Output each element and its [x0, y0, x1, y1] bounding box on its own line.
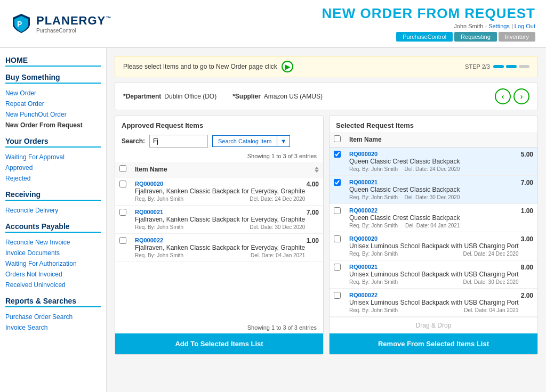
sidebar-section-accounts-payable: Accounts Payable	[5, 222, 101, 233]
step-dot-1	[493, 65, 504, 68]
row-checkbox-cell	[115, 177, 131, 206]
table-row: RQ000022 Fjallraven, Kanken Classic Back…	[115, 234, 323, 262]
item-ref[interactable]: RQ000020	[135, 181, 305, 187]
sidebar-item-invoice-docs[interactable]: Invoice Documents	[5, 248, 101, 258]
item-name: Fjallraven, Kanken Classic Backpack for …	[135, 244, 305, 251]
table-row: RQ000020 Queen Classic Crest Classic Bac…	[330, 148, 537, 176]
sidebar-item-punchout[interactable]: New PunchOut Order	[5, 109, 101, 120]
info-fields: *Department Dublin Office (DO) *Supplier…	[123, 93, 323, 100]
row-checkbox[interactable]	[334, 207, 341, 214]
item-meta: Req. By: John Smith Del. Date: 24 Dec 20…	[349, 166, 460, 172]
item-ref[interactable]: RQ000022	[349, 292, 518, 298]
table-row: RQ000021 Unisex Luminous School Backpack…	[330, 260, 537, 289]
nav-tabs: PurchaseControl Requesting Inventory	[322, 32, 535, 42]
sidebar-item-repeat-order[interactable]: Repeat Order	[5, 99, 101, 109]
item-del-date: Del. Date: 04 Jan 2021	[464, 307, 518, 313]
drag-drop-area: Drag & Drop	[330, 317, 537, 333]
sidebar-item-invoice-search[interactable]: Invoice Search	[5, 322, 101, 333]
sidebar-item-reconcile-delivery[interactable]: Reconcile Delivery	[5, 205, 101, 216]
right-item-table: Item Name RQ000020 Queen Classic Crest C…	[330, 132, 537, 317]
row-content-cell: RQ000022 Queen Classic Crest Classic Bac…	[345, 204, 537, 232]
row-content-cell: RQ000022 Unisex Luminous School Backpack…	[345, 289, 537, 317]
search-input[interactable]	[149, 135, 208, 148]
row-checkbox[interactable]	[119, 209, 126, 216]
tab-purchasecontrol[interactable]: PurchaseControl	[396, 32, 453, 42]
table-row: RQ000021 Queen Classic Crest Classic Bac…	[330, 176, 537, 204]
select-all-left[interactable]	[119, 165, 126, 172]
item-name: Unisex Luminous School Backpack with USB…	[349, 271, 518, 278]
item-qty: 7.00	[521, 179, 533, 186]
row-checkbox[interactable]	[334, 264, 341, 271]
search-catalog-btn[interactable]: Search Catalog Item	[212, 135, 277, 147]
row-checkbox-cell	[330, 204, 345, 232]
remove-from-selected-btn[interactable]: Remove From Selected Items List	[330, 333, 537, 354]
item-req-by: Req. By: John Smith	[349, 279, 398, 285]
item-name: Queen Classic Crest Classic Backpack	[349, 186, 460, 193]
row-checkbox[interactable]	[334, 235, 341, 242]
table-row: RQ000020 Fjallraven, Kanken Classic Back…	[115, 177, 323, 206]
sidebar-item-new-order[interactable]: New Order	[5, 88, 101, 99]
row-checkbox-cell	[330, 232, 345, 260]
sidebar-item-rejected[interactable]: Rejected	[5, 173, 101, 184]
right-tbody: RQ000020 Queen Classic Crest Classic Bac…	[330, 148, 537, 317]
row-checkbox[interactable]	[119, 181, 126, 187]
sidebar-item-waiting-auth[interactable]: Waiting For Authorization	[5, 258, 101, 269]
row-content-cell: RQ000021 Queen Classic Crest Classic Bac…	[345, 176, 537, 204]
item-meta: Req. By: John Smith Del. Date: 04 Jan 20…	[349, 307, 518, 313]
tab-inventory[interactable]: Inventory	[499, 32, 535, 42]
left-panel: Approved Request Items Search: Search Ca…	[115, 116, 324, 355]
sidebar-section-reports: Reports & Searches	[5, 297, 101, 307]
row-checkbox[interactable]	[119, 237, 126, 244]
add-to-selected-btn[interactable]: Add To Selected Items List	[115, 333, 323, 354]
department-label: *Department	[123, 93, 161, 100]
supplier-label: *Supplier	[232, 93, 261, 100]
info-bar: *Department Dublin Office (DO) *Supplier…	[115, 83, 538, 110]
prev-button[interactable]: ‹	[495, 88, 511, 104]
row-checkbox[interactable]	[334, 292, 341, 299]
item-ref[interactable]: RQ000021	[349, 179, 460, 185]
search-row: Search: Search Catalog Item ▼	[115, 132, 323, 152]
settings-link[interactable]: Settings	[488, 23, 510, 29]
sidebar-home[interactable]: HOME	[5, 56, 101, 67]
sidebar-item-approved[interactable]: Approved	[5, 162, 101, 173]
user-info: John Smith - Settings | Log Out	[322, 23, 535, 29]
sidebar-item-po-search[interactable]: Purchase Order Search	[5, 312, 101, 322]
item-qty: 1.00	[521, 207, 533, 215]
item-del-date: Del. Date: 24 Dec 2020	[250, 196, 305, 202]
logout-link[interactable]: Log Out	[515, 23, 535, 29]
tab-requesting[interactable]: Requesting	[454, 32, 497, 42]
item-name: Unisex Luminous School Backpack with USB…	[349, 242, 518, 250]
item-req-by: Req. By: John Smith	[349, 166, 398, 172]
item-ref[interactable]: RQ000020	[349, 151, 460, 157]
select-all-right[interactable]	[334, 135, 341, 142]
sort-icon	[315, 167, 319, 173]
row-checkbox-cell	[330, 148, 345, 176]
row-checkbox[interactable]	[334, 179, 341, 186]
department-value: Dublin Office (DO)	[164, 93, 216, 100]
item-ref[interactable]: RQ000021	[349, 264, 518, 270]
sidebar-item-received-uninvoiced[interactable]: Received Uninvoiced	[5, 280, 101, 290]
item-del-date: Del. Date: 30 Dec 2020	[463, 279, 519, 285]
next-button[interactable]: ›	[513, 88, 529, 104]
right-col-checkbox	[330, 132, 345, 148]
go-button[interactable]: ▶	[282, 61, 293, 72]
item-qty: 5.00	[521, 151, 533, 158]
row-checkbox-cell	[330, 289, 345, 317]
sidebar-item-reconcile-invoice[interactable]: Reconcile New Invoice	[5, 237, 101, 248]
search-dropdown-btn[interactable]: ▼	[277, 135, 290, 147]
item-qty: 1.00	[307, 237, 319, 244]
item-ref[interactable]: RQ000021	[135, 209, 305, 215]
item-del-date: Del. Date: 30 Dec 2020	[404, 194, 460, 200]
row-checkbox[interactable]	[334, 151, 341, 158]
sidebar-item-waiting-approval[interactable]: Waiting For Approval	[5, 152, 101, 162]
row-content-cell: RQ000020 Queen Classic Crest Classic Bac…	[345, 148, 537, 176]
sidebar-item-orders-not-invoiced[interactable]: Orders Not Invoiced	[5, 269, 101, 280]
table-row: RQ000022 Queen Classic Crest Classic Bac…	[330, 204, 537, 232]
header-right: NEW ORDER FROM REQUEST John Smith - Sett…	[322, 5, 535, 42]
item-name: Queen Classic Crest Classic Backpack	[349, 158, 460, 165]
item-ref[interactable]: RQ000022	[135, 237, 305, 243]
item-req-by: Req. By: John Smith	[349, 307, 398, 313]
item-ref[interactable]: RQ000022	[349, 207, 460, 214]
item-ref[interactable]: RQ000020	[349, 235, 518, 242]
supplier-field: *Supplier Amazon US (AMUS)	[232, 93, 323, 100]
